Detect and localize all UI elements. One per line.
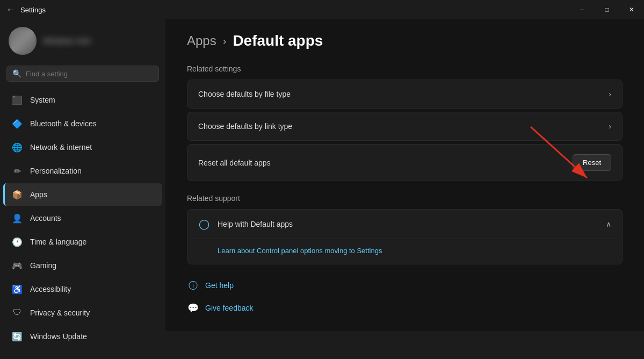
- defaults-file-label: Choose defaults by file type: [198, 90, 291, 98]
- give-feedback-row[interactable]: 💬 Give feedback: [187, 298, 623, 318]
- profile-section[interactable]: Windows User: [0, 19, 165, 62]
- reset-button[interactable]: Reset: [573, 154, 611, 171]
- sidebar-item-label: Privacy & security: [30, 308, 90, 317]
- related-support-label: Related support: [187, 194, 623, 203]
- profile-name: Windows User: [43, 37, 91, 45]
- sidebar-item-label: Gaming: [30, 261, 56, 270]
- give-feedback-icon: 💬: [187, 302, 199, 314]
- accessibility-icon: ♿: [12, 284, 23, 295]
- give-feedback-link[interactable]: Give feedback: [205, 304, 254, 312]
- support-link[interactable]: Learn about Control panel options moving…: [218, 247, 382, 255]
- back-button[interactable]: ←: [6, 5, 15, 15]
- defaults-link-label: Choose defaults by link type: [198, 122, 292, 131]
- get-help-link[interactable]: Get help: [205, 281, 234, 290]
- support-label: Help with Default apps: [218, 220, 293, 228]
- search-input[interactable]: [26, 70, 153, 78]
- breadcrumb-separator: ›: [223, 35, 227, 47]
- avatar: [9, 27, 37, 55]
- maximize-button[interactable]: □: [595, 0, 619, 19]
- settings-card-link-type: Choose defaults by link type ›: [187, 112, 623, 141]
- sidebar-item-accounts[interactable]: 👤 Accounts: [3, 207, 162, 229]
- gaming-icon: 🎮: [12, 260, 23, 271]
- apps-icon: 📦: [12, 189, 23, 200]
- support-header[interactable]: ◯ Help with Default apps ∧: [187, 210, 622, 239]
- sidebar-item-label: Bluetooth & devices: [30, 119, 97, 128]
- get-help-icon: ⓘ: [187, 279, 199, 291]
- sidebar-item-gaming[interactable]: 🎮 Gaming: [3, 254, 162, 277]
- privacy-icon: 🛡: [12, 307, 23, 318]
- sidebar-item-personalization[interactable]: ✏ Personalization: [3, 160, 162, 182]
- bluetooth-icon: 🔷: [12, 118, 23, 129]
- sidebar-item-privacy[interactable]: 🛡 Privacy & security: [3, 301, 162, 324]
- sidebar-item-label: System: [30, 96, 55, 104]
- sidebar-item-label: Accounts: [30, 214, 61, 222]
- minimize-button[interactable]: ─: [570, 0, 595, 19]
- chevron-right-icon: ›: [609, 90, 611, 98]
- chevron-right-icon-2: ›: [609, 122, 611, 131]
- related-support-section: Related support ◯ Help with Default apps…: [187, 194, 623, 264]
- related-settings-section: Related settings Choose defaults by file…: [187, 64, 623, 181]
- titlebar: ← Settings ─ □ ✕: [0, 0, 644, 19]
- settings-card-file-type: Choose defaults by file type ›: [187, 80, 623, 109]
- sidebar-item-update[interactable]: 🔄 Windows Update: [3, 325, 162, 348]
- sidebar-item-apps[interactable]: 📦 Apps: [3, 183, 162, 206]
- sidebar-item-label: Windows Update: [30, 332, 87, 341]
- network-icon: 🌐: [12, 142, 23, 153]
- sidebar-item-label: Accessibility: [30, 285, 71, 293]
- search-icon: 🔍: [12, 69, 21, 78]
- reset-label: Reset all default apps: [198, 159, 271, 167]
- support-card: ◯ Help with Default apps ∧ Learn about C…: [187, 209, 623, 264]
- update-icon: 🔄: [12, 331, 23, 342]
- bottom-links: ⓘ Get help 💬 Give feedback: [187, 275, 623, 318]
- sidebar-item-label: Time & language: [30, 238, 86, 246]
- defaults-by-file-type-row[interactable]: Choose defaults by file type ›: [187, 80, 622, 108]
- window-title: Settings: [20, 6, 46, 14]
- page-header: Apps › Default apps: [187, 32, 623, 49]
- page-title: Default apps: [233, 32, 323, 49]
- sidebar-item-network[interactable]: 🌐 Network & internet: [3, 136, 162, 159]
- sidebar: Windows User 🔍 ⬛ System 🔷 Bluetooth & de…: [0, 19, 165, 359]
- close-button[interactable]: ✕: [619, 0, 644, 19]
- app-body: Windows User 🔍 ⬛ System 🔷 Bluetooth & de…: [0, 19, 644, 359]
- defaults-by-link-type-row[interactable]: Choose defaults by link type ›: [187, 112, 622, 140]
- related-settings-label: Related settings: [187, 64, 623, 73]
- personalization-icon: ✏: [12, 166, 23, 176]
- titlebar-controls: ─ □ ✕: [570, 0, 644, 19]
- help-circle-icon: ◯: [198, 218, 210, 230]
- search-box[interactable]: 🔍: [6, 66, 159, 82]
- main-wrapper: Apps › Default apps Related settings Cho…: [165, 19, 644, 359]
- breadcrumb-parent[interactable]: Apps: [187, 33, 216, 48]
- main-content: Apps › Default apps Related settings Cho…: [165, 19, 644, 331]
- reset-row: Reset all default apps Reset: [187, 145, 622, 181]
- sidebar-item-bluetooth[interactable]: 🔷 Bluetooth & devices: [3, 112, 162, 135]
- sidebar-item-accessibility[interactable]: ♿ Accessibility: [3, 278, 162, 300]
- get-help-row[interactable]: ⓘ Get help: [187, 275, 623, 296]
- sidebar-item-label: Personalization: [30, 167, 82, 175]
- support-body: Learn about Control panel options moving…: [187, 239, 622, 264]
- sidebar-item-system[interactable]: ⬛ System: [3, 89, 162, 111]
- titlebar-left: ← Settings: [6, 5, 46, 15]
- chevron-up-icon: ∧: [606, 220, 611, 228]
- time-icon: 🕐: [12, 236, 23, 247]
- sidebar-item-time[interactable]: 🕐 Time & language: [3, 231, 162, 253]
- accounts-icon: 👤: [12, 213, 23, 224]
- sidebar-item-label: Network & internet: [30, 143, 92, 152]
- settings-card-reset: Reset all default apps Reset: [187, 144, 623, 181]
- sidebar-item-label: Apps: [30, 190, 47, 199]
- support-left: ◯ Help with Default apps: [198, 218, 293, 230]
- system-icon: ⬛: [12, 95, 23, 105]
